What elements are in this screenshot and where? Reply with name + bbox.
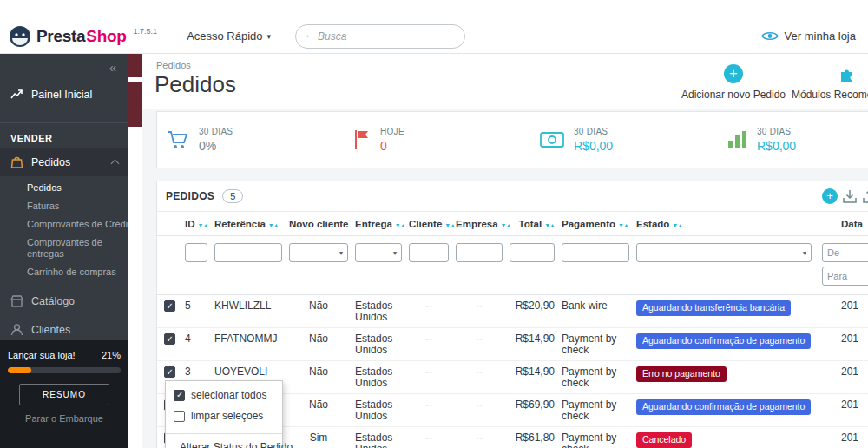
col-header-empresa[interactable]: Empresa▼▲ bbox=[452, 219, 506, 229]
sort-icon[interactable]: ▼▲ bbox=[198, 222, 208, 228]
cell-cliente: -- bbox=[405, 432, 452, 444]
table-row[interactable]: 5 KHWLILZLL Não Estados Unidos -- -- R$2… bbox=[157, 295, 868, 328]
sidebar-subitem-pedidos[interactable]: Pedidos bbox=[0, 179, 128, 197]
quick-access-menu[interactable]: Acesso Rápido ▾ bbox=[187, 30, 271, 43]
cell-total: R$20,90 bbox=[506, 300, 558, 312]
search-box[interactable] bbox=[295, 24, 465, 49]
breadcrumb[interactable]: Pedidos bbox=[156, 60, 191, 70]
cell-pagamento: Payment by check bbox=[558, 399, 633, 422]
cell-referencia: UOYEVOLI bbox=[211, 366, 286, 378]
kpi-label: HOJE bbox=[380, 127, 404, 136]
sidebar-item-label: Clientes bbox=[31, 324, 70, 336]
col-header-cliente[interactable]: Cliente▼▲ bbox=[405, 219, 452, 229]
sidebar-subitem-comprovantes-credito[interactable]: Comprovantes de Crédito bbox=[0, 215, 128, 234]
cell-cliente: -- bbox=[405, 366, 452, 378]
view-shop-link[interactable]: Ver minha loja bbox=[761, 30, 856, 43]
col-header-estado[interactable]: Estado▼▲ bbox=[633, 219, 815, 229]
table-row[interactable]: 4 FFATNOMMJ Não Estados Unidos -- -- R$1… bbox=[157, 328, 868, 361]
kpi-conversion: 30 DIAS 0% bbox=[157, 127, 344, 153]
filter-date-to-input[interactable] bbox=[822, 267, 868, 286]
status-badge: Aguardando confirmação de pagamento bbox=[636, 333, 811, 349]
prestashop-logo[interactable]: PrestaShop 1.7.5.1 bbox=[9, 25, 157, 48]
filter-id-input[interactable] bbox=[185, 243, 207, 262]
sidebar-item-label: Painel Inicial bbox=[31, 89, 92, 101]
menu-item-select-all[interactable]: selecionar todos bbox=[166, 385, 282, 405]
sort-icon[interactable]: ▼▲ bbox=[395, 222, 405, 228]
col-header-id[interactable]: ID▼▲ bbox=[181, 219, 211, 229]
launch-store-panel: Lançar sua loja! 21% RESUMO Parar o Emba… bbox=[0, 340, 128, 448]
modules-label: Módulos Recomendados bbox=[792, 89, 868, 101]
cell-id: 5 bbox=[181, 300, 211, 312]
row-checkbox[interactable] bbox=[164, 300, 175, 312]
col-header-entrega[interactable]: Entrega▼▲ bbox=[352, 219, 405, 229]
col-header-data[interactable]: Data bbox=[815, 219, 868, 229]
filter-entrega-select[interactable]: -▾ bbox=[355, 243, 402, 262]
sidebar-item-pedidos[interactable]: Pedidos bbox=[0, 148, 128, 176]
col-header-novo-cliente[interactable]: Novo cliente bbox=[286, 219, 352, 229]
kpi-label: 30 DIAS bbox=[199, 127, 233, 136]
caret-down-icon: ▾ bbox=[267, 32, 272, 41]
export-icon[interactable] bbox=[842, 188, 858, 204]
status-badge: Erro no pagamento bbox=[636, 366, 727, 382]
menu-item-change-status[interactable]: Alterar Status do Pedido bbox=[166, 437, 282, 448]
filter-date-from-input[interactable] bbox=[822, 243, 868, 262]
search-icon bbox=[306, 30, 309, 43]
launch-title: Lançar sua loja! bbox=[8, 350, 76, 360]
sort-icon[interactable]: ▼▲ bbox=[268, 222, 279, 228]
banknote-icon bbox=[540, 131, 564, 148]
red-strip bbox=[128, 54, 142, 77]
recommended-modules-button[interactable]: Módulos Recomendados bbox=[792, 64, 868, 101]
import-icon[interactable] bbox=[862, 188, 868, 204]
sidebar-subitem-carrinho[interactable]: Carrinho de compras bbox=[0, 263, 128, 281]
table-header-row: ID▼▲ Referência▼▲ Novo cliente Entrega▼▲… bbox=[157, 212, 868, 236]
sidebar-item-painel-inicial[interactable]: Painel Inicial bbox=[0, 80, 128, 109]
filter-empresa-input[interactable] bbox=[456, 243, 503, 262]
cell-entrega: Estados Unidos bbox=[352, 333, 405, 356]
launch-progress-fill bbox=[8, 367, 31, 373]
sidebar-subitem-comprovantes-entregas[interactable]: Comprovantes de entregas bbox=[0, 234, 128, 263]
cell-data: 201 bbox=[815, 366, 868, 378]
sort-icon[interactable]: ▼▲ bbox=[544, 222, 555, 228]
stop-onboarding-link[interactable]: Parar o Embarque bbox=[8, 413, 121, 424]
catalog-icon bbox=[10, 294, 23, 307]
filter-cliente-input[interactable] bbox=[409, 243, 449, 262]
sidebar-item-catalogo[interactable]: Catálogo bbox=[0, 287, 128, 315]
logo-text: Presta bbox=[36, 27, 85, 46]
sort-icon[interactable]: ▼▲ bbox=[618, 222, 628, 228]
sidebar-collapse-button[interactable]: « bbox=[0, 54, 128, 75]
add-order-button[interactable]: + Adicionar novo Pedido bbox=[677, 64, 790, 101]
menu-divider bbox=[166, 433, 282, 434]
sidebar-subitem-faturas[interactable]: Faturas bbox=[0, 197, 128, 215]
cell-pagamento: Payment by check bbox=[558, 333, 633, 356]
row-checkbox[interactable] bbox=[164, 366, 175, 378]
sort-icon[interactable]: ▼▲ bbox=[672, 222, 682, 228]
kpi-value: 0 bbox=[380, 139, 404, 153]
eye-icon bbox=[761, 30, 779, 42]
filter-total-input[interactable] bbox=[510, 243, 555, 262]
select-value: - bbox=[641, 247, 645, 258]
add-order-icon-button[interactable]: + bbox=[822, 188, 838, 204]
kpi-value: R$0,00 bbox=[574, 139, 613, 153]
filter-pagamento-input[interactable] bbox=[562, 243, 629, 262]
cell-novo-cliente: Não bbox=[286, 399, 352, 411]
panel-title: PEDIDOS bbox=[166, 190, 214, 202]
search-input[interactable] bbox=[316, 30, 454, 43]
col-header-label: Estado bbox=[636, 219, 669, 229]
col-header-pagamento[interactable]: Pagamento▼▲ bbox=[558, 219, 633, 229]
orders-icon bbox=[10, 155, 23, 168]
col-header-total[interactable]: Total▼▲ bbox=[506, 219, 558, 229]
caret-down-icon: ▾ bbox=[803, 249, 806, 257]
filter-referencia-input[interactable] bbox=[214, 243, 282, 262]
kpi-average-order: 30 DIAS R$0,00 bbox=[530, 127, 717, 153]
col-header-label: Novo cliente bbox=[289, 219, 348, 229]
col-header-label: Total bbox=[519, 219, 542, 229]
menu-item-clear-selection[interactable]: limpar seleções bbox=[166, 405, 282, 426]
row-checkbox[interactable] bbox=[164, 333, 175, 345]
resume-button[interactable]: RESUMO bbox=[19, 384, 109, 405]
filter-estado-select[interactable]: -▾ bbox=[636, 243, 812, 262]
cell-total: R$14,90 bbox=[506, 333, 558, 345]
add-order-label: Adicionar novo Pedido bbox=[677, 89, 790, 101]
col-header-referencia[interactable]: Referência▼▲ bbox=[211, 219, 286, 229]
col-header-label: Empresa bbox=[456, 219, 498, 229]
filter-novo-cliente-select[interactable]: -▾ bbox=[289, 243, 348, 262]
